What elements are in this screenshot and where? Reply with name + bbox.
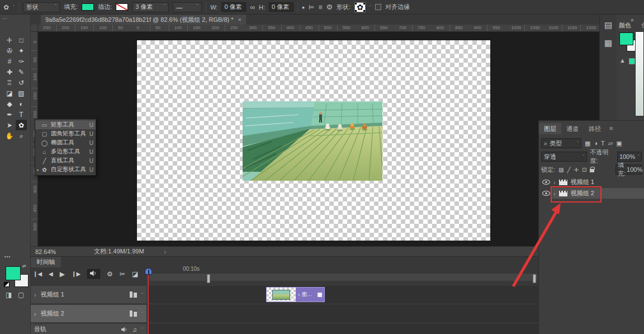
go-to-first-frame-button[interactable]: ❙◀	[33, 271, 42, 277]
marquee-tool[interactable]: □	[16, 35, 27, 45]
lock-artboard-icon[interactable]: ⊡	[582, 167, 586, 173]
blend-mode-select[interactable]: 穿透 ˇ	[541, 152, 587, 162]
mute-audio-button[interactable]	[87, 269, 100, 279]
fill-color-swatch[interactable]	[82, 3, 94, 11]
layer-name[interactable]: 视频组 1	[571, 178, 594, 186]
clone-stamp-tool[interactable]: ♖	[4, 77, 15, 88]
menu-item-custom-shape-tool[interactable]: • ✿ 自定形状工具 U	[35, 165, 96, 174]
document-tab[interactable]: 9a8a5e2269f2cd36d8b278a70a18b21f @ 82.6%…	[41, 15, 246, 25]
hand-tool[interactable]: ✋	[4, 130, 15, 141]
menu-item-line-tool[interactable]: ╱ 直线工具 U	[35, 156, 96, 165]
menu-item-ellipse-tool[interactable]: ◯ 椭圆工具 U	[35, 138, 96, 147]
tab-layers[interactable]: 图层	[539, 123, 561, 134]
blur-tool[interactable]: ◆	[4, 98, 15, 109]
canvas-artwork[interactable]	[243, 101, 382, 181]
chevron-down-icon[interactable]: ˇ	[141, 327, 143, 332]
width-input[interactable]: 0 像素	[221, 2, 246, 12]
chevron-right-icon[interactable]: ›	[553, 179, 556, 186]
menu-item-rectangle-tool[interactable]: ▭ 矩形工具 U	[35, 120, 96, 129]
dodge-tool[interactable]: ◐	[16, 98, 27, 109]
brush-tool[interactable]: ✎	[16, 67, 27, 77]
track-options-icon[interactable]	[130, 291, 137, 298]
opacity-input[interactable]: 100% ˇ	[617, 152, 642, 162]
filter-pixel-layers-icon[interactable]: ▦	[585, 140, 590, 147]
chevron-down-icon[interactable]: ˇ	[141, 311, 143, 317]
preset-caret-icon[interactable]: ˇ	[13, 4, 15, 10]
quick-mask-icon[interactable]: ◨	[6, 291, 12, 299]
panel-menu-icon[interactable]: ≡	[606, 123, 616, 134]
music-note-icon[interactable]: ♫	[132, 326, 137, 333]
chevron-right-icon[interactable]: ›	[298, 292, 300, 298]
gradient-tool[interactable]: ▧	[16, 88, 27, 98]
menu-item-polygon-tool[interactable]: ⌂ 多边形工具 U	[35, 147, 96, 156]
filter-smart-objects-icon[interactable]: ▣	[616, 140, 622, 147]
visibility-eye-icon[interactable]	[542, 180, 550, 185]
track-header-audio[interactable]: 音轨 ♫ ˇ	[31, 324, 146, 334]
close-icon[interactable]: ×	[238, 16, 242, 23]
chevron-right-icon[interactable]: ›	[34, 291, 36, 298]
play-button[interactable]: ▶	[60, 270, 65, 278]
height-input[interactable]: 0 像素	[269, 2, 293, 12]
split-clip-scissors-icon[interactable]: ✂	[120, 270, 125, 278]
stroke-style-select[interactable]: — ˇ	[173, 2, 202, 12]
next-frame-button[interactable]: ❙▶	[72, 271, 80, 277]
track-header-video-group-1[interactable]: › 视频组 1 ˇ	[31, 286, 146, 303]
stroke-color-swatch[interactable]	[116, 3, 128, 11]
lock-image-icon[interactable]: ╱	[567, 167, 571, 173]
track-lane[interactable]: › 图…	[148, 286, 538, 303]
tab-color[interactable]: 颜色	[619, 21, 631, 30]
chevron-down-icon[interactable]: ˇ	[370, 4, 371, 10]
dock-panel-icon-bottom[interactable]: ▦	[602, 37, 614, 49]
magic-wand-tool[interactable]: ✦	[16, 45, 27, 56]
timeline-settings-gear-icon[interactable]: ⚙	[107, 270, 113, 278]
gamut-warning-icon[interactable]: ▲	[619, 57, 626, 64]
foreground-color-swatch[interactable]	[6, 266, 21, 280]
fill-input[interactable]: 填充: 100%	[615, 164, 642, 175]
filter-shape-layers-icon[interactable]: ▱	[608, 140, 613, 147]
work-area-end-handle[interactable]	[533, 274, 536, 283]
filter-adjustment-layers-icon[interactable]: ◑	[594, 140, 598, 147]
zoom-tool[interactable]: ⌕	[16, 130, 27, 141]
status-options-chevron-icon[interactable]: ›	[144, 248, 167, 255]
path-alignment-icon[interactable]: ⊨	[309, 3, 314, 11]
lasso-tool[interactable]: ✇	[4, 45, 15, 56]
eyedropper-tool[interactable]: ✑	[16, 56, 27, 67]
color-ramp[interactable]	[635, 31, 644, 116]
eraser-tool[interactable]: ◪	[4, 88, 15, 98]
gear-icon[interactable]: ⚙	[326, 3, 333, 11]
default-colors-icon[interactable]	[4, 282, 10, 287]
playhead-marker[interactable]	[145, 268, 152, 275]
foreground-color-swatch[interactable]	[619, 32, 633, 45]
transition-icon[interactable]: ◪	[132, 270, 138, 278]
video-clip[interactable]: › 图…	[266, 287, 325, 302]
chevron-down-icon[interactable]: ˇ	[141, 292, 143, 298]
toolbox-collapse-icon[interactable]: ⋯	[2, 16, 7, 21]
tab-channels[interactable]: 通道	[561, 123, 584, 134]
link-dimensions-icon[interactable]: ∞	[250, 3, 255, 11]
lock-all-icon[interactable]	[590, 169, 594, 172]
shape-picker-thumbnail[interactable]: ✿	[354, 2, 366, 12]
menu-item-rounded-rectangle-tool[interactable]: ▢ 圆角矩形工具 U	[35, 129, 96, 138]
tab-timeline[interactable]: 时间轴	[31, 257, 61, 267]
collapse-panels-icon[interactable]: »	[631, 17, 634, 23]
edit-toolbar-icon[interactable]: •••	[4, 254, 11, 259]
custom-shape-tool[interactable]: ✿	[16, 120, 27, 130]
history-brush-tool[interactable]: ↺	[16, 77, 27, 88]
healing-brush-tool[interactable]: ✚	[4, 67, 15, 77]
gamut-color-chip[interactable]	[629, 58, 635, 64]
speaker-icon[interactable]	[121, 327, 128, 332]
visibility-eye-icon[interactable]	[542, 191, 550, 196]
path-selection-tool[interactable]: ➤	[4, 120, 15, 130]
stroke-width-select[interactable]: 3 像素 ˇ	[132, 2, 169, 12]
swap-colors-icon[interactable]: ⇄	[22, 264, 26, 269]
zoom-level-input[interactable]: 82.64%	[31, 248, 60, 255]
screen-mode-icon[interactable]: ▢	[18, 291, 24, 299]
dock-panel-icon-top[interactable]: ▤	[602, 19, 614, 31]
playhead-line[interactable]	[148, 275, 149, 334]
path-operations-icon[interactable]: ▪	[302, 3, 305, 12]
path-arrangement-icon[interactable]: ≡	[318, 3, 322, 11]
tab-paths[interactable]: 路径	[584, 123, 606, 134]
track-options-icon[interactable]	[130, 311, 137, 317]
lock-position-icon[interactable]: ✛	[574, 167, 579, 173]
custom-shape-preset-icon[interactable]: ✿	[3, 3, 9, 11]
